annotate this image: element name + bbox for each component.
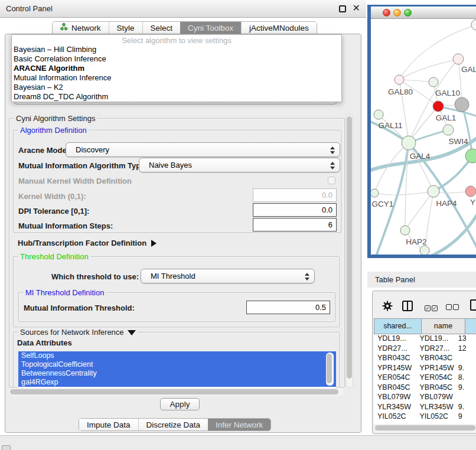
tab-cyni-toolbox[interactable]: Cyni Toolbox (180, 22, 241, 34)
algorithm-option[interactable]: Bayesian – Hill Climbing (12, 45, 341, 54)
settings-vertical-scrollbar[interactable] (345, 114, 353, 388)
which-threshold-select[interactable]: MI Threshold (141, 269, 315, 283)
collapsed-panel-icon[interactable] (2, 445, 11, 450)
table-row[interactable]: YBL079WYBL079W (374, 393, 476, 403)
table-cell: YBR045C (374, 383, 416, 393)
algorithm-option[interactable]: Basic Correlation Inference (12, 54, 341, 64)
algorithm-option[interactable]: Bayesian – K2 (12, 83, 341, 92)
column-layout-icon[interactable] (402, 301, 413, 311)
aracne-mode-label: Aracne Mode: (18, 146, 69, 155)
tab-jactivemnodules[interactable]: jActiveMNodules (241, 22, 317, 34)
zoom-traffic-light-icon[interactable] (404, 9, 412, 17)
column-header-name[interactable]: name (422, 318, 465, 334)
data-attribute-item[interactable]: BetweennessCentrality (18, 369, 336, 378)
tab-infer-network[interactable]: Infer Network (208, 419, 270, 431)
aracne-mode-value: Discovery (76, 145, 109, 154)
aracne-mode-select[interactable]: Discovery (66, 142, 340, 157)
hide-columns-icon[interactable] (446, 303, 459, 312)
network-node[interactable] (453, 54, 464, 64)
table-cell: YIL052C (374, 412, 416, 422)
network-node[interactable] (400, 226, 410, 235)
mi-type-select[interactable]: Naive Bayes (139, 158, 340, 172)
network-node[interactable] (395, 75, 404, 84)
tab-label: Select (151, 24, 173, 32)
table-cell (455, 354, 476, 364)
network-icon (60, 23, 68, 32)
data-attribute-item[interactable]: gal4RGexp (18, 378, 336, 387)
kernel-width-field[interactable]: 0.0 (253, 188, 337, 202)
network-view-window: GALGAL80GAL10GAL1SWI4GAL11GAL4GCY1HAP4YH… (367, 5, 476, 258)
mi-type-value: Naive Bayes (149, 161, 192, 169)
table-cell: 9. (455, 403, 476, 413)
table-row[interactable]: YBR043CYBR043C (374, 354, 476, 364)
attributes-scrollbar[interactable] (326, 353, 334, 386)
tab-impute-data[interactable]: Impute Data (79, 419, 138, 431)
close-traffic-light-icon[interactable] (383, 9, 390, 17)
algorithm-option[interactable]: Dream8 DC_TDC Algorithm (12, 92, 341, 102)
network-node[interactable] (374, 110, 383, 119)
mi-steps-field[interactable]: 6 (253, 218, 337, 231)
manual-kernel-checkbox[interactable] (328, 177, 335, 184)
table-row[interactable]: YER054CYER054C8. (374, 373, 476, 383)
network-node-label: SWI4 (448, 137, 468, 146)
dpi-tolerance-field[interactable]: 0.0 (253, 203, 337, 217)
tab-style[interactable]: Style (109, 22, 142, 34)
column-header-shared-name[interactable]: shared... (374, 318, 422, 334)
algorithm-option[interactable]: ARACNE Algorithm (12, 64, 341, 73)
data-attributes-list: SelfLoopsTopologicalCoefficientBetweenne… (18, 351, 336, 388)
minimize-traffic-light-icon[interactable] (393, 9, 401, 17)
table-row[interactable]: YIL052CYIL052C9 (374, 412, 476, 422)
table-horizontal-scrollbar[interactable] (374, 425, 476, 432)
settings-horizontal-scrollbar[interactable] (9, 389, 344, 396)
tab-network[interactable]: Network (53, 22, 109, 34)
gear-icon[interactable] (382, 301, 393, 313)
tab-discretize-data[interactable]: Discretize Data (138, 419, 208, 431)
table-cell: YDL19... (416, 334, 454, 344)
tab-label: jActiveMNodules (249, 24, 309, 32)
mi-threshold-field[interactable]: 0.5 (246, 301, 330, 314)
network-node[interactable] (433, 101, 444, 112)
show-columns-icon[interactable]: ✓✓ (425, 303, 438, 312)
close-icon[interactable]: ✕ (353, 2, 360, 14)
table-cell: YBR043C (416, 354, 454, 364)
data-attribute-item[interactable]: TopologicalCoefficient (18, 360, 336, 369)
table-row[interactable]: YDL19...YDL19...13 (374, 334, 476, 344)
cyni-toolbox-panel: galFiltered.sif default node Select algo… (5, 34, 361, 433)
network-node[interactable] (443, 125, 454, 135)
network-node[interactable] (471, 19, 476, 30)
tab-select[interactable]: Select (142, 22, 181, 34)
network-window-titlebar[interactable] (371, 6, 476, 19)
float-window-icon[interactable] (339, 5, 346, 12)
table-row[interactable]: YDR27...YDR27...12 (374, 344, 476, 354)
export-table-icon[interactable] (470, 299, 476, 311)
network-edge (405, 191, 433, 230)
network-node[interactable] (371, 189, 379, 197)
table-row[interactable]: YBR045CYBR045C9. (374, 383, 476, 393)
hub-definition-toggle[interactable]: Hub/Transcription Factor Definition (18, 239, 157, 247)
network-node[interactable] (428, 185, 439, 197)
network-node-label: Y (470, 198, 475, 207)
network-node[interactable] (455, 97, 469, 112)
table-row[interactable]: YPR145WYPR145W9. (374, 364, 476, 374)
table-row[interactable]: YLR345WYLR345W9. (374, 403, 476, 413)
table-panel-title: Table Panel (375, 275, 415, 284)
algorithm-option[interactable]: Mutual Information Inference (12, 73, 341, 83)
status-bar (0, 435, 476, 450)
algorithm-placeholder: Select algorithm to view settings (12, 35, 341, 45)
column-header-partial[interactable]: A (465, 318, 476, 334)
table-cell: 12 (455, 344, 476, 354)
network-node[interactable] (402, 136, 416, 150)
network-node[interactable] (420, 246, 429, 255)
tab-label: Style (117, 24, 135, 32)
network-node[interactable] (465, 186, 476, 197)
network-node[interactable] (429, 77, 438, 87)
apply-button[interactable]: Apply (160, 398, 200, 410)
sources-group: Sources for Network Inference Data Attri… (13, 332, 340, 387)
table-cell: YPR145W (416, 364, 454, 374)
network-canvas[interactable]: GALGAL80GAL10GAL1SWI4GAL11GAL4GCY1HAP4YH… (371, 19, 476, 255)
mi-threshold-title: MI Threshold Definition (24, 288, 106, 297)
table-cell: YER054C (374, 373, 416, 383)
network-node[interactable] (465, 149, 476, 163)
data-attribute-item[interactable]: SelfLoops (18, 351, 336, 360)
sources-title[interactable]: Sources for Network Inference (18, 328, 138, 337)
